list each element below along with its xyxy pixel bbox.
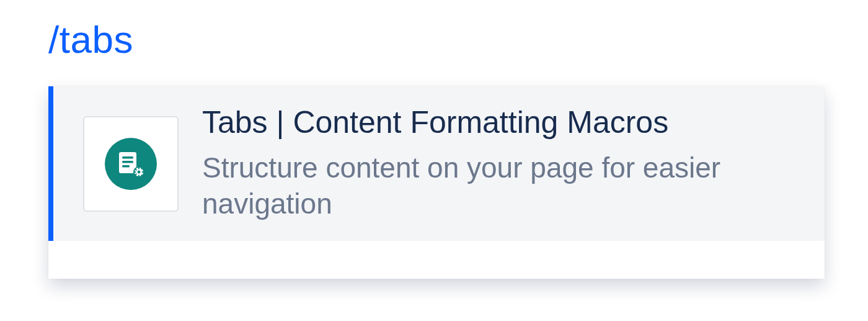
svg-rect-2 [122,161,133,163]
result-icon-tile [83,116,179,212]
result-text: Tabs | Content Formatting Macros Structu… [202,105,735,222]
svg-rect-3 [122,165,130,168]
result-description: Structure content on your page for easie… [202,150,735,223]
svg-rect-1 [122,156,133,159]
svg-rect-10 [142,171,144,173]
svg-rect-9 [134,171,136,173]
macro-page-gear-icon [105,138,157,190]
autocomplete-dropdown: Tabs | Content Formatting Macros Structu… [48,86,825,279]
result-item-tabs[interactable]: Tabs | Content Formatting Macros Structu… [48,86,825,241]
svg-rect-8 [138,174,140,177]
result-title: Tabs | Content Formatting Macros [202,105,735,141]
result-list-remainder [48,241,825,279]
svg-rect-7 [138,166,140,169]
slash-command-input[interactable]: /tabs [48,17,868,61]
svg-point-6 [138,170,141,173]
result-list[interactable]: Tabs | Content Formatting Macros Structu… [48,86,825,279]
